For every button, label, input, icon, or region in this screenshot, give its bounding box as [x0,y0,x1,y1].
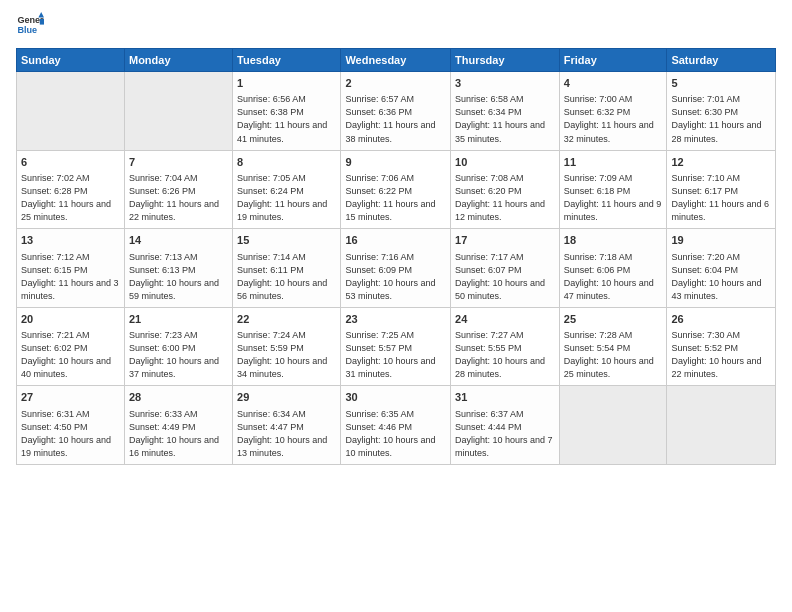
day-number: 11 [564,155,663,170]
day-number: 29 [237,390,336,405]
day-number: 7 [129,155,228,170]
day-number: 21 [129,312,228,327]
day-info: Sunrise: 7:09 AM Sunset: 6:18 PM Dayligh… [564,172,663,224]
day-number: 15 [237,233,336,248]
day-info: Sunrise: 7:28 AM Sunset: 5:54 PM Dayligh… [564,329,663,381]
day-number: 20 [21,312,120,327]
calendar-cell: 27Sunrise: 6:31 AM Sunset: 4:50 PM Dayli… [17,386,125,465]
day-info: Sunrise: 7:08 AM Sunset: 6:20 PM Dayligh… [455,172,555,224]
calendar-cell: 5Sunrise: 7:01 AM Sunset: 6:30 PM Daylig… [667,72,776,151]
calendar-week-row: 1Sunrise: 6:56 AM Sunset: 6:38 PM Daylig… [17,72,776,151]
day-info: Sunrise: 7:06 AM Sunset: 6:22 PM Dayligh… [345,172,446,224]
col-header-sunday: Sunday [17,49,125,72]
calendar-cell: 16Sunrise: 7:16 AM Sunset: 6:09 PM Dayli… [341,229,451,308]
calendar-cell: 18Sunrise: 7:18 AM Sunset: 6:06 PM Dayli… [559,229,667,308]
calendar-cell: 4Sunrise: 7:00 AM Sunset: 6:32 PM Daylig… [559,72,667,151]
day-number: 31 [455,390,555,405]
calendar-cell: 17Sunrise: 7:17 AM Sunset: 6:07 PM Dayli… [451,229,560,308]
calendar-week-row: 20Sunrise: 7:21 AM Sunset: 6:02 PM Dayli… [17,307,776,386]
calendar-cell: 29Sunrise: 6:34 AM Sunset: 4:47 PM Dayli… [233,386,341,465]
day-info: Sunrise: 6:37 AM Sunset: 4:44 PM Dayligh… [455,408,555,460]
calendar-cell: 23Sunrise: 7:25 AM Sunset: 5:57 PM Dayli… [341,307,451,386]
day-info: Sunrise: 6:35 AM Sunset: 4:46 PM Dayligh… [345,408,446,460]
calendar-cell: 12Sunrise: 7:10 AM Sunset: 6:17 PM Dayli… [667,150,776,229]
calendar-cell: 24Sunrise: 7:27 AM Sunset: 5:55 PM Dayli… [451,307,560,386]
calendar-table: SundayMondayTuesdayWednesdayThursdayFrid… [16,48,776,465]
calendar-week-row: 27Sunrise: 6:31 AM Sunset: 4:50 PM Dayli… [17,386,776,465]
calendar-week-row: 6Sunrise: 7:02 AM Sunset: 6:28 PM Daylig… [17,150,776,229]
calendar-cell: 15Sunrise: 7:14 AM Sunset: 6:11 PM Dayli… [233,229,341,308]
calendar-cell: 31Sunrise: 6:37 AM Sunset: 4:44 PM Dayli… [451,386,560,465]
calendar-cell: 13Sunrise: 7:12 AM Sunset: 6:15 PM Dayli… [17,229,125,308]
day-number: 9 [345,155,446,170]
calendar-cell: 9Sunrise: 7:06 AM Sunset: 6:22 PM Daylig… [341,150,451,229]
day-info: Sunrise: 6:58 AM Sunset: 6:34 PM Dayligh… [455,93,555,145]
day-number: 14 [129,233,228,248]
calendar-cell: 14Sunrise: 7:13 AM Sunset: 6:13 PM Dayli… [124,229,232,308]
calendar-cell [559,386,667,465]
day-number: 8 [237,155,336,170]
calendar-cell: 10Sunrise: 7:08 AM Sunset: 6:20 PM Dayli… [451,150,560,229]
calendar-cell: 22Sunrise: 7:24 AM Sunset: 5:59 PM Dayli… [233,307,341,386]
day-info: Sunrise: 7:10 AM Sunset: 6:17 PM Dayligh… [671,172,771,224]
day-info: Sunrise: 7:27 AM Sunset: 5:55 PM Dayligh… [455,329,555,381]
day-info: Sunrise: 7:18 AM Sunset: 6:06 PM Dayligh… [564,251,663,303]
day-info: Sunrise: 7:13 AM Sunset: 6:13 PM Dayligh… [129,251,228,303]
day-number: 22 [237,312,336,327]
calendar-cell: 26Sunrise: 7:30 AM Sunset: 5:52 PM Dayli… [667,307,776,386]
day-number: 18 [564,233,663,248]
calendar-cell [667,386,776,465]
day-info: Sunrise: 6:34 AM Sunset: 4:47 PM Dayligh… [237,408,336,460]
day-info: Sunrise: 7:23 AM Sunset: 6:00 PM Dayligh… [129,329,228,381]
day-number: 2 [345,76,446,91]
svg-marker-3 [40,19,44,25]
svg-text:Blue: Blue [17,25,37,35]
day-number: 19 [671,233,771,248]
day-number: 12 [671,155,771,170]
col-header-saturday: Saturday [667,49,776,72]
day-number: 17 [455,233,555,248]
day-info: Sunrise: 7:05 AM Sunset: 6:24 PM Dayligh… [237,172,336,224]
calendar-cell: 1Sunrise: 6:56 AM Sunset: 6:38 PM Daylig… [233,72,341,151]
calendar-cell: 6Sunrise: 7:02 AM Sunset: 6:28 PM Daylig… [17,150,125,229]
day-number: 3 [455,76,555,91]
calendar-cell [124,72,232,151]
day-number: 16 [345,233,446,248]
calendar-cell: 8Sunrise: 7:05 AM Sunset: 6:24 PM Daylig… [233,150,341,229]
calendar-cell: 25Sunrise: 7:28 AM Sunset: 5:54 PM Dayli… [559,307,667,386]
logo: General Blue [16,12,46,40]
day-number: 26 [671,312,771,327]
day-info: Sunrise: 7:04 AM Sunset: 6:26 PM Dayligh… [129,172,228,224]
day-number: 27 [21,390,120,405]
calendar-cell: 21Sunrise: 7:23 AM Sunset: 6:00 PM Dayli… [124,307,232,386]
day-info: Sunrise: 7:14 AM Sunset: 6:11 PM Dayligh… [237,251,336,303]
calendar-cell: 19Sunrise: 7:20 AM Sunset: 6:04 PM Dayli… [667,229,776,308]
col-header-friday: Friday [559,49,667,72]
day-number: 24 [455,312,555,327]
calendar-cell: 3Sunrise: 6:58 AM Sunset: 6:34 PM Daylig… [451,72,560,151]
day-info: Sunrise: 7:17 AM Sunset: 6:07 PM Dayligh… [455,251,555,303]
header: General Blue [16,12,776,40]
day-info: Sunrise: 6:33 AM Sunset: 4:49 PM Dayligh… [129,408,228,460]
day-number: 6 [21,155,120,170]
day-number: 25 [564,312,663,327]
day-info: Sunrise: 7:00 AM Sunset: 6:32 PM Dayligh… [564,93,663,145]
day-info: Sunrise: 7:16 AM Sunset: 6:09 PM Dayligh… [345,251,446,303]
day-number: 30 [345,390,446,405]
day-number: 1 [237,76,336,91]
calendar-cell: 11Sunrise: 7:09 AM Sunset: 6:18 PM Dayli… [559,150,667,229]
day-info: Sunrise: 7:20 AM Sunset: 6:04 PM Dayligh… [671,251,771,303]
col-header-monday: Monday [124,49,232,72]
day-number: 4 [564,76,663,91]
day-info: Sunrise: 7:01 AM Sunset: 6:30 PM Dayligh… [671,93,771,145]
day-number: 5 [671,76,771,91]
calendar-cell: 28Sunrise: 6:33 AM Sunset: 4:49 PM Dayli… [124,386,232,465]
logo-icon: General Blue [16,12,44,40]
day-number: 13 [21,233,120,248]
calendar-cell [17,72,125,151]
calendar-cell: 7Sunrise: 7:04 AM Sunset: 6:26 PM Daylig… [124,150,232,229]
day-info: Sunrise: 7:25 AM Sunset: 5:57 PM Dayligh… [345,329,446,381]
calendar-header-row: SundayMondayTuesdayWednesdayThursdayFrid… [17,49,776,72]
calendar-week-row: 13Sunrise: 7:12 AM Sunset: 6:15 PM Dayli… [17,229,776,308]
day-info: Sunrise: 6:56 AM Sunset: 6:38 PM Dayligh… [237,93,336,145]
